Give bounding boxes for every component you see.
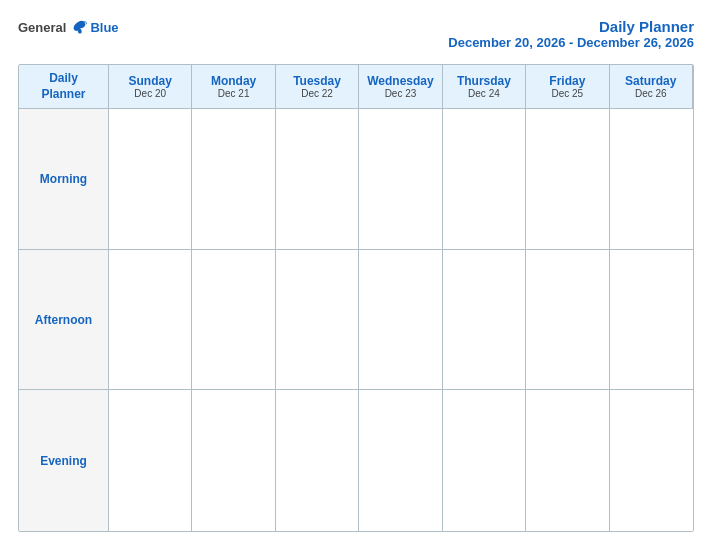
content-cell-morning-sunday[interactable] — [109, 109, 192, 250]
planner-title: Daily Planner — [448, 18, 694, 35]
content-cell-morning-wednesday[interactable] — [359, 109, 442, 250]
corner-header: DailyPlanner — [19, 65, 109, 109]
corner-label: DailyPlanner — [41, 71, 85, 102]
period-label-evening: Evening — [40, 454, 87, 468]
time-cell-afternoon: Afternoon — [19, 250, 109, 391]
time-cell-morning: Morning — [19, 109, 109, 250]
day-name-sunday: Sunday — [129, 74, 172, 88]
content-cell-evening-wednesday[interactable] — [359, 390, 442, 531]
day-date-tuesday: Dec 22 — [301, 88, 333, 99]
content-cell-evening-monday[interactable] — [192, 390, 275, 531]
content-cell-morning-saturday[interactable] — [610, 109, 693, 250]
day-date-sunday: Dec 20 — [134, 88, 166, 99]
logo-general: General — [18, 20, 66, 35]
content-cell-afternoon-sunday[interactable] — [109, 250, 192, 391]
content-cell-morning-tuesday[interactable] — [276, 109, 359, 250]
page: General Blue Daily Planner December 20, … — [0, 0, 712, 550]
day-name-monday: Monday — [211, 74, 256, 88]
content-cell-evening-thursday[interactable] — [443, 390, 526, 531]
content-cell-morning-thursday[interactable] — [443, 109, 526, 250]
content-cell-evening-tuesday[interactable] — [276, 390, 359, 531]
header-cell-monday: Monday Dec 21 — [192, 65, 275, 109]
time-cell-evening: Evening — [19, 390, 109, 531]
header-cell-sunday: Sunday Dec 20 — [109, 65, 192, 109]
content-cell-afternoon-wednesday[interactable] — [359, 250, 442, 391]
header-cell-saturday: Saturday Dec 26 — [610, 65, 693, 109]
content-cell-evening-sunday[interactable] — [109, 390, 192, 531]
content-cell-afternoon-friday[interactable] — [526, 250, 609, 391]
content-cell-afternoon-monday[interactable] — [192, 250, 275, 391]
day-date-wednesday: Dec 23 — [385, 88, 417, 99]
day-name-friday: Friday — [549, 74, 585, 88]
period-label-morning: Morning — [40, 172, 87, 186]
header-cell-wednesday: Wednesday Dec 23 — [359, 65, 442, 109]
content-cell-evening-saturday[interactable] — [610, 390, 693, 531]
logo: General Blue — [18, 18, 119, 36]
day-date-saturday: Dec 26 — [635, 88, 667, 99]
content-cell-afternoon-tuesday[interactable] — [276, 250, 359, 391]
period-label-afternoon: Afternoon — [35, 313, 92, 327]
day-name-tuesday: Tuesday — [293, 74, 341, 88]
calendar-grid: DailyPlanner Sunday Dec 20 Monday Dec 21… — [18, 64, 694, 532]
content-cell-morning-friday[interactable] — [526, 109, 609, 250]
logo-blue: Blue — [90, 20, 118, 35]
day-name-thursday: Thursday — [457, 74, 511, 88]
day-name-wednesday: Wednesday — [367, 74, 433, 88]
day-date-monday: Dec 21 — [218, 88, 250, 99]
day-date-thursday: Dec 24 — [468, 88, 500, 99]
header: General Blue Daily Planner December 20, … — [18, 18, 694, 50]
title-block: Daily Planner December 20, 2026 - Decemb… — [448, 18, 694, 50]
content-cell-morning-monday[interactable] — [192, 109, 275, 250]
day-name-saturday: Saturday — [625, 74, 676, 88]
content-cell-afternoon-saturday[interactable] — [610, 250, 693, 391]
header-cell-tuesday: Tuesday Dec 22 — [276, 65, 359, 109]
content-cell-evening-friday[interactable] — [526, 390, 609, 531]
planner-subtitle: December 20, 2026 - December 26, 2026 — [448, 35, 694, 50]
header-cell-thursday: Thursday Dec 24 — [443, 65, 526, 109]
content-cell-afternoon-thursday[interactable] — [443, 250, 526, 391]
day-date-friday: Dec 25 — [552, 88, 584, 99]
logo-bird-icon — [70, 18, 88, 36]
header-cell-friday: Friday Dec 25 — [526, 65, 609, 109]
